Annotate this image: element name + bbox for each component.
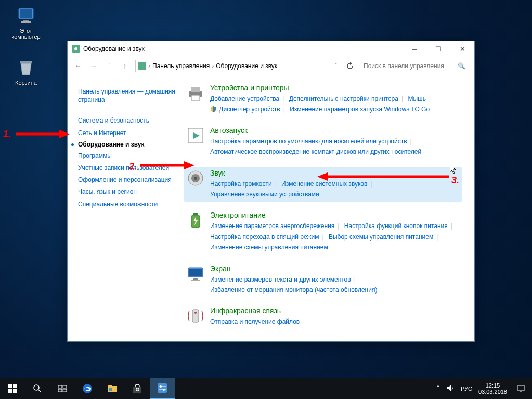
computer-icon [16,5,36,26]
svg-rect-48 [158,383,167,393]
svg-rect-3 [21,21,31,23]
control-panel-icon [138,62,146,70]
link-refresh-rate[interactable]: Избавление от мерцания монитора (частота… [210,286,377,294]
category-title[interactable]: Инфракрасная связь [210,307,460,315]
link-cd-autoplay[interactable]: Автоматическое воспроизведение компакт-д… [210,148,421,155]
sidebar-item-appearance[interactable]: Оформление и персонализация [78,176,175,184]
svg-rect-29 [8,384,12,388]
svg-rect-35 [58,385,62,388]
control-panel-icon [72,45,80,53]
desktop-icon-this-pc[interactable]: Этот компьютер [6,5,46,40]
link-add-device[interactable]: Добавление устройства [210,95,279,102]
sidebar-item-system[interactable]: Система и безопасность [78,116,175,125]
category-display: Экран Изменение размеров текста и других… [184,262,462,298]
shield-icon [210,105,216,111]
minimize-button[interactable]: ─ [403,41,426,57]
link-printer-settings[interactable]: Дополнительные настройки принтера [289,95,398,102]
category-title[interactable]: Автозапуск [210,126,460,135]
category-links: Отправка и получение файлов [210,316,460,327]
search-box[interactable]: 🔍 [360,60,469,72]
back-button[interactable]: ← [73,62,83,70]
link-windows-togo[interactable]: Изменение параметров запуска Windows TO … [290,105,430,113]
breadcrumb-item[interactable]: Оборудование и звук [216,62,277,70]
sidebar-item-hardware[interactable]: Оборудование и звук [78,141,175,148]
link-power-plan[interactable]: Выбор схемы управления питанием [329,233,433,241]
arrow-3 [317,171,449,182]
task-view-button[interactable] [50,378,75,399]
chevron-down-icon[interactable]: ˅ [334,62,338,70]
sidebar-home-link[interactable]: Панель управления — домашняя страница [78,87,175,104]
category-title[interactable]: Электропитание [210,211,460,219]
taskbar-explorer[interactable] [100,378,125,399]
main-content: Устройства и принтеры Добавление устройс… [180,75,474,341]
taskbar-store[interactable] [125,378,150,399]
cursor-icon [450,164,458,175]
link-mouse[interactable]: Мышь [408,95,426,102]
refresh-button[interactable] [345,61,355,71]
desktop-icon-recycle[interactable]: Корзина [6,57,46,86]
category-devices: Устройства и принтеры Добавление устройс… [184,82,462,117]
search-input[interactable] [364,62,458,70]
category-links: Изменение параметров энергосбережения| Н… [210,221,460,252]
start-button[interactable] [0,378,25,399]
search-button[interactable] [25,378,50,399]
taskbar: ˄ РУС 12:15 03.03.2018 [0,378,532,399]
titlebar: Оборудование и звук ─ ☐ ✕ [68,41,474,57]
sidebar-item-accessibility[interactable]: Специальные возможности [78,200,175,208]
taskbar-edge[interactable] [75,378,100,399]
forward-button[interactable]: → [88,62,99,70]
sidebar-item-network[interactable]: Сеть и Интернет [78,129,175,137]
arrow-2 [140,160,194,170]
category-infrared: Инфракрасная связь Отправка и получение … [184,304,462,329]
bullet-icon [71,143,74,146]
link-change-plan[interactable]: Изменение схемы управления питанием [210,244,328,251]
desktop-icon-label: Корзина [15,79,37,86]
recent-dropdown[interactable]: ˅ [104,62,114,70]
tray-volume-icon[interactable] [443,384,458,394]
maximize-button[interactable]: ☐ [426,41,450,57]
svg-rect-53 [518,385,524,391]
category-links: Изменение размеров текста и других элеме… [210,274,460,296]
link-device-manager[interactable]: Диспетчер устройств [219,105,280,113]
svg-rect-24 [189,269,202,276]
up-button[interactable]: ↑ [120,62,130,70]
link-power-buttons[interactable]: Настройка функций кнопок питания [344,222,448,230]
sidebar: Панель управления — домашняя страница Си… [68,75,180,341]
tray-language[interactable]: РУС [458,385,475,392]
category-title[interactable]: Устройства и принтеры [210,84,460,92]
svg-rect-45 [138,388,139,390]
category-links: Добавление устройства| Дополнительные на… [210,94,460,115]
breadcrumb-item[interactable]: Панель управления [152,62,210,70]
taskbar-control-panel[interactable] [150,378,175,399]
svg-rect-25 [193,278,198,280]
svg-rect-2 [23,20,29,21]
tray-chevron-up-icon[interactable]: ˄ [433,384,443,393]
link-text-size[interactable]: Изменение размеров текста и других элеме… [210,276,351,283]
close-button[interactable]: ✕ [450,41,474,57]
svg-marker-8 [184,161,194,169]
link-power-settings[interactable]: Изменение параметров энергосбережения [210,222,334,230]
link-manage-audio[interactable]: Управление звуковыми устройствами [210,191,319,198]
svg-line-34 [38,390,41,392]
svg-rect-1 [20,9,32,18]
link-media-defaults[interactable]: Настройка параметров по умолчанию для но… [210,138,407,145]
svg-rect-44 [136,388,137,390]
annotation-3: 3. [451,175,459,186]
control-panel-window: Оборудование и звук ─ ☐ ✕ ← → ˅ ↑ › Пане… [67,41,475,342]
svg-rect-43 [133,387,141,393]
category-title[interactable]: Экран [210,264,460,273]
recycle-bin-icon [16,57,36,78]
sidebar-item-clock[interactable]: Часы, язык и регион [78,188,175,196]
svg-rect-4 [20,61,32,63]
tray-notifications[interactable] [510,378,532,399]
svg-marker-6 [59,130,70,138]
link-volume[interactable]: Настройка громкости [210,180,272,188]
link-sleep[interactable]: Настройка перехода в спящий режим [210,233,319,241]
sidebar-item-label: Оборудование и звук [78,141,145,148]
category-links: Настройка параметров по умолчанию для но… [210,136,460,157]
link-send-files[interactable]: Отправка и получение файлов [210,318,300,325]
svg-point-28 [194,312,197,314]
tray-clock[interactable]: 12:15 03.03.2018 [475,378,510,399]
sidebar-item-programs[interactable]: Программы [78,152,175,160]
breadcrumb[interactable]: › Панель управления › Оборудование и зву… [135,60,340,72]
